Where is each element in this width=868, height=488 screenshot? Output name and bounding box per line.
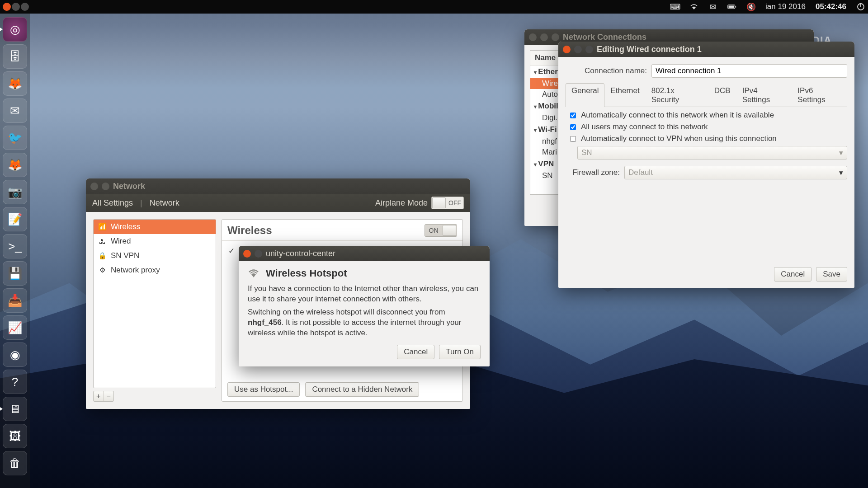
all-settings-link[interactable]: All Settings bbox=[92, 198, 133, 208]
add-connection-button[interactable]: + bbox=[94, 391, 104, 401]
airplane-mode-toggle[interactable]: OFF bbox=[431, 197, 464, 209]
sound-indicator-icon[interactable]: 🔇 bbox=[746, 2, 755, 11]
minimize-icon[interactable] bbox=[574, 46, 582, 53]
airplane-mode-label: Airplane Mode bbox=[375, 198, 428, 208]
launcher-downloads[interactable]: 📥 bbox=[3, 288, 27, 313]
dialog-text-1: If you have a connection to the Internet… bbox=[248, 284, 481, 305]
session-indicator-icon[interactable] bbox=[856, 2, 865, 11]
vpn-select-value: SN bbox=[581, 148, 592, 157]
launcher-gimp[interactable]: 🦊 bbox=[3, 153, 27, 177]
vpn-select[interactable]: SN ▾ bbox=[577, 146, 847, 160]
maximize-icon[interactable] bbox=[552, 33, 559, 41]
wireless-toggle[interactable]: ON bbox=[425, 224, 457, 237]
wifi-indicator-icon[interactable] bbox=[689, 2, 698, 11]
chevron-down-icon: ▾ bbox=[839, 168, 843, 178]
svg-rect-2 bbox=[729, 6, 735, 8]
minimize-icon[interactable] bbox=[255, 250, 262, 258]
titlebar[interactable]: Editing Wired connection 1 bbox=[558, 42, 854, 57]
tab-dcb[interactable]: DCB bbox=[708, 83, 736, 107]
launcher-firefox[interactable]: 🦊 bbox=[3, 71, 27, 96]
window-title: Network Connections bbox=[563, 33, 646, 42]
close-icon[interactable] bbox=[243, 250, 251, 258]
minimize-icon[interactable] bbox=[540, 33, 548, 41]
titlebar[interactable]: unity-control-center bbox=[239, 246, 490, 261]
launcher-shotwell[interactable]: 📷 bbox=[3, 180, 27, 204]
launcher-trash[interactable]: 🗑 bbox=[3, 451, 27, 475]
launcher-corebird[interactable]: 🐦 bbox=[3, 126, 27, 150]
clock-time[interactable]: 05:42:46 bbox=[816, 2, 846, 11]
vpn-icon: 🔒 bbox=[98, 252, 106, 260]
tab-bar: GeneralEthernet802.1x SecurityDCBIPv4 Se… bbox=[566, 83, 847, 107]
close-icon[interactable] bbox=[90, 183, 98, 190]
window-title: unity-control-center bbox=[266, 249, 335, 258]
cancel-button[interactable]: Cancel bbox=[397, 345, 434, 359]
ssid-name: nhgf_456 bbox=[248, 318, 282, 327]
titlebar[interactable]: Network bbox=[86, 178, 470, 194]
sidebar-item-label: Wired bbox=[111, 237, 131, 246]
clock-date[interactable]: ian 19 2016 bbox=[765, 2, 806, 11]
sidebar-item-wireless[interactable]: 📶Wireless bbox=[94, 220, 216, 234]
remove-connection-button[interactable]: − bbox=[104, 391, 114, 401]
battery-indicator-icon[interactable] bbox=[727, 2, 736, 11]
svg-rect-1 bbox=[736, 6, 736, 7]
maximize-icon[interactable] bbox=[585, 46, 593, 53]
sidebar-item-sn-vpn[interactable]: 🔒SN VPN bbox=[94, 249, 216, 263]
wired-icon: 🖧 bbox=[98, 237, 106, 245]
connection-name-label: Connection name: bbox=[566, 66, 647, 75]
launcher-terminal[interactable]: >_ bbox=[3, 234, 27, 258]
window-title: Editing Wired connection 1 bbox=[597, 45, 702, 54]
launcher-help[interactable]: ? bbox=[3, 370, 27, 394]
firewall-zone-label: Firewall zone: bbox=[566, 168, 620, 177]
connection-name-input[interactable] bbox=[651, 64, 847, 78]
sidebar-item-label: Wireless bbox=[111, 222, 140, 231]
sidebar-item-network-proxy[interactable]: ⚙Network proxy bbox=[94, 263, 216, 277]
auto-connect-label: Automatically connect to this network wh… bbox=[581, 111, 774, 120]
auto-vpn-checkbox[interactable] bbox=[570, 136, 576, 142]
top-panel: ⌨ ✉ 🔇 ian 19 2016 05:42:46 bbox=[0, 0, 868, 14]
auto-connect-checkbox[interactable] bbox=[570, 113, 576, 118]
tab-802-1x-security[interactable]: 802.1x Security bbox=[646, 83, 708, 107]
turn-on-button[interactable]: Turn On bbox=[439, 345, 481, 359]
launcher-steam[interactable]: ◉ bbox=[3, 343, 27, 367]
connect-hidden-button[interactable]: Connect to a Hidden Network bbox=[305, 382, 419, 397]
dialog-text-2: Switching on the wireless hotspot will d… bbox=[248, 307, 481, 338]
launcher-thunderbird[interactable]: ✉ bbox=[3, 99, 27, 123]
launcher-dash[interactable]: ◎ bbox=[3, 17, 27, 42]
launcher-system-monitor[interactable]: 📈 bbox=[3, 315, 27, 340]
panel-maximize-icon[interactable] bbox=[21, 3, 29, 11]
mail-indicator-icon[interactable]: ✉ bbox=[708, 2, 717, 11]
network-category-list: 📶Wireless🖧Wired🔒SN VPN⚙Network proxy bbox=[93, 219, 216, 388]
sidebar-item-label: Network proxy bbox=[111, 266, 160, 275]
launcher-screenshot[interactable]: 🖼 bbox=[3, 424, 27, 448]
launcher-displays[interactable]: 🖥 bbox=[3, 397, 27, 421]
launcher-gedit[interactable]: 📝 bbox=[3, 207, 27, 231]
toggle-off-label: OFF bbox=[446, 199, 463, 206]
panel-close-icon[interactable] bbox=[3, 3, 11, 11]
tab-ipv4-settings[interactable]: IPv4 Settings bbox=[736, 83, 792, 107]
tab-ethernet[interactable]: Ethernet bbox=[604, 83, 645, 107]
all-users-label: All users may connect to this network bbox=[581, 122, 708, 131]
minimize-icon[interactable] bbox=[102, 183, 109, 190]
chevron-down-icon: ▾ bbox=[839, 148, 843, 158]
all-users-checkbox[interactable] bbox=[570, 124, 576, 130]
toggle-on-label: ON bbox=[425, 227, 442, 234]
sidebar-item-wired[interactable]: 🖧Wired bbox=[94, 234, 216, 249]
tab-general[interactable]: General bbox=[566, 83, 604, 107]
breadcrumb: All Settings | Network Airplane Mode OFF bbox=[86, 194, 470, 212]
keyboard-indicator-icon[interactable]: ⌨ bbox=[670, 2, 679, 11]
close-icon[interactable] bbox=[529, 33, 537, 41]
launcher-usb-creator[interactable]: 💾 bbox=[3, 261, 27, 286]
cancel-button[interactable]: Cancel bbox=[774, 267, 811, 282]
close-icon[interactable] bbox=[563, 46, 571, 53]
wifi-icon: 📶 bbox=[98, 223, 106, 231]
tab-ipv6-settings[interactable]: IPv6 Settings bbox=[792, 83, 847, 107]
sidebar-item-label: SN VPN bbox=[111, 251, 139, 260]
proxy-icon: ⚙ bbox=[98, 266, 106, 274]
panel-minimize-icon[interactable] bbox=[12, 3, 20, 11]
save-button[interactable]: Save bbox=[816, 267, 847, 282]
use-as-hotspot-button[interactable]: Use as Hotspot... bbox=[227, 382, 300, 397]
dialog-heading: Wireless Hotspot bbox=[266, 267, 347, 279]
firewall-zone-select[interactable]: Default ▾ bbox=[624, 166, 847, 179]
hotspot-dialog: unity-control-center Wireless Hotspot If… bbox=[239, 246, 490, 366]
launcher-files[interactable]: 🗄 bbox=[3, 44, 27, 69]
